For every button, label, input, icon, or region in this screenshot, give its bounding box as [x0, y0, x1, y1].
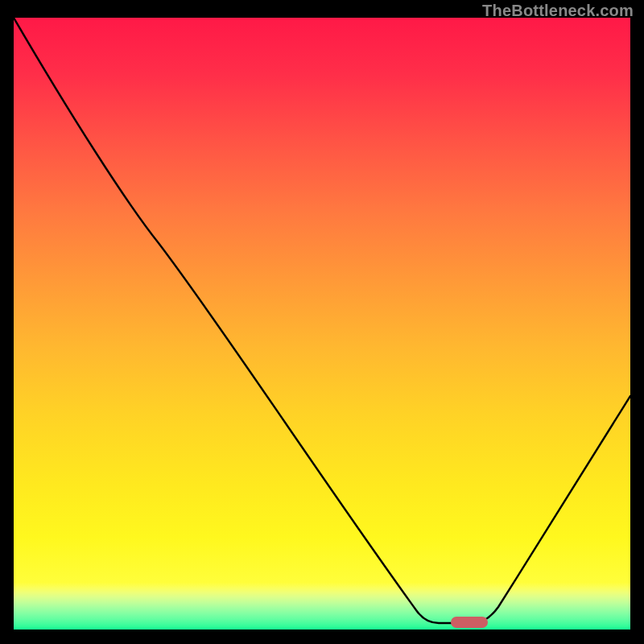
chart-frame: TheBottleneck.com — [0, 0, 644, 644]
curve-path — [14, 18, 630, 623]
bottleneck-curve — [14, 18, 630, 630]
watermark-text: TheBottleneck.com — [482, 2, 634, 20]
plot-area — [14, 18, 630, 630]
optimum-marker — [451, 617, 488, 628]
